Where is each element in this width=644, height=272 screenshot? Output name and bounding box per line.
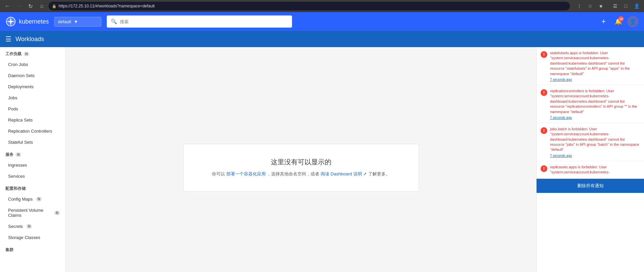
add-button[interactable]: + <box>598 15 610 28</box>
sidebar-item-replica-sets[interactable]: Replica Sets <box>0 114 65 126</box>
sidebar-item-deployments[interactable]: Deployments <box>0 81 65 92</box>
dropdown-arrow-icon: ▼ <box>74 19 78 24</box>
namespace-value: default <box>58 19 71 24</box>
workloads-section-label: 工作负载 <box>5 51 22 57</box>
cluster-section-header: 集群 <box>0 243 65 255</box>
hamburger-menu[interactable]: ☰ <box>5 35 11 43</box>
workloads-section-header: 工作负载 N <box>0 47 65 59</box>
notification-badge: 10 <box>618 16 624 22</box>
config-section-header: 配置和存储 <box>0 182 65 194</box>
reload-button[interactable]: ↻ <box>26 1 35 11</box>
workloads-badge: N <box>24 52 29 56</box>
docs-link[interactable]: 阅读 Dashboard 说明 ➚ <box>321 171 367 176</box>
empty-mid: ，选择其他命名空间，或者 <box>267 171 319 176</box>
avatar-button[interactable]: 👤 <box>627 16 639 27</box>
clear-all-button[interactable]: 删除所有通知 <box>537 179 644 193</box>
notification-item-3: ! jobs.batch is forbidden: User "system:… <box>537 123 644 161</box>
sidebar-item-label: Storage Classes <box>8 235 40 240</box>
browser-actions: ⋮ ☆ ★ <box>575 1 606 11</box>
empty-description: 你可以 部署一个容器化应用 ，选择其他命名空间，或者 阅读 Dashboard … <box>204 171 398 178</box>
address-bar[interactable]: 🔒 https://172.25.10.11/#/workloads?names… <box>49 2 570 10</box>
kubernetes-logo-icon <box>5 16 16 27</box>
sidebar-item-storage-classes[interactable]: Storage Classes <box>0 232 65 243</box>
main-content: 这里没有可以显示的 你可以 部署一个容器化应用 ，选择其他命名空间，或者 阅读 … <box>66 47 644 272</box>
browser-chrome: ← → ↻ ⌂ 🔒 https://172.25.10.11/#/workloa… <box>0 0 644 12</box>
page-layout: 工作负载 N Cron Jobs Daemon Sets Deployments… <box>0 47 644 272</box>
empty-prefix: 你可以 <box>212 171 225 176</box>
namespace-selector[interactable]: default ▼ <box>54 17 101 27</box>
secrets-badge: N <box>26 224 32 229</box>
sidebar-item-replication-controllers[interactable]: Replication Controllers <box>0 126 65 137</box>
docs-link-text: 阅读 Dashboard 说明 <box>321 171 362 176</box>
notification-item-2: ! replicationcontrollers is forbidden: U… <box>537 85 644 123</box>
sidebar-item-services[interactable]: Services <box>0 171 65 182</box>
page-title: Workloads <box>15 36 44 43</box>
notification-item-1: ! statefulsets.apps is forbidden: User "… <box>537 47 644 85</box>
notification-time-3[interactable]: 7 seconds ago <box>550 154 640 158</box>
notification-time-1[interactable]: 7 seconds ago <box>550 78 640 81</box>
sidebar-item-label: Daemon Sets <box>8 73 35 78</box>
sidebar-item-cron-jobs[interactable]: Cron Jobs <box>0 59 65 70</box>
extensions-button[interactable]: ⋮ <box>575 1 584 11</box>
error-icon-4: ! <box>541 165 547 172</box>
content-area: 这里没有可以显示的 你可以 部署一个容器化应用 ，选择其他命名空间，或者 阅读 … <box>66 47 644 272</box>
sidebar-item-daemon-sets[interactable]: Daemon Sets <box>0 70 65 81</box>
sidebar-item-persistent-volume-claims[interactable]: Persistent Volume Claims N <box>0 205 65 221</box>
center-content: 这里没有可以显示的 你可以 部署一个容器化应用 ，选择其他命名空间，或者 阅读 … <box>66 47 536 272</box>
notification-button[interactable]: 🔔 10 <box>612 15 624 28</box>
top-bar: ☰ Workloads <box>0 31 644 47</box>
sidebar-item-label: Secrets <box>8 224 23 229</box>
config-section-label: 配置和存储 <box>5 186 26 192</box>
sidebar-item-label: Cron Jobs <box>8 62 28 67</box>
error-icon-2: ! <box>541 89 547 96</box>
services-section-label: 服务 <box>5 152 13 158</box>
notification-content-3: jobs.batch is forbidden: User "system:se… <box>550 127 640 158</box>
notification-content-4: replicasets.apps is forbidden: User "sys… <box>550 165 640 175</box>
library-button[interactable]: ☰ <box>610 1 620 11</box>
toolbar-right: ☰ □ 👤 <box>610 1 641 11</box>
sidebar-item-stateful-sets[interactable]: Stateful Sets <box>0 137 65 148</box>
app-header: kubernetes default ▼ 🔍 + 🔔 10 👤 <box>0 12 644 31</box>
back-button[interactable]: ← <box>3 1 12 11</box>
svg-point-2 <box>10 21 12 23</box>
deploy-link[interactable]: 部署一个容器化应用 <box>226 171 266 176</box>
sidebar-item-label: Services <box>8 174 25 179</box>
sidebar-item-ingresses[interactable]: Ingresses <box>0 160 65 171</box>
forward-button[interactable]: → <box>14 1 24 11</box>
sidebar-item-label: Replication Controllers <box>8 129 52 134</box>
notification-text-4: replicasets.apps is forbidden: User "sys… <box>550 165 640 175</box>
notification-item-4: ! replicasets.apps is forbidden: User "s… <box>537 161 644 179</box>
sidebar-item-label: Replica Sets <box>8 117 33 123</box>
sidebar: 工作负载 N Cron Jobs Daemon Sets Deployments… <box>0 47 66 272</box>
star-button[interactable]: ★ <box>596 1 606 11</box>
profile-button[interactable]: 👤 <box>632 1 641 11</box>
url-text: https://172.25.10.11/#/workloads?namespa… <box>59 4 155 8</box>
header-actions: + 🔔 10 👤 <box>598 15 639 28</box>
search-input[interactable] <box>120 19 288 24</box>
sidebar-item-jobs[interactable]: Jobs <box>0 92 65 103</box>
cluster-section-label: 集群 <box>5 247 13 253</box>
notification-text-3: jobs.batch is forbidden: User "system:se… <box>550 127 640 152</box>
home-button[interactable]: ⌂ <box>37 1 46 11</box>
tab-button[interactable]: □ <box>621 1 631 11</box>
sidebar-item-config-maps[interactable]: Config Maps N <box>0 194 65 205</box>
person-icon: 👤 <box>630 19 636 25</box>
app-name: kubernetes <box>19 18 49 25</box>
empty-title: 这里没有可以显示的 <box>204 158 398 167</box>
sidebar-item-label: Persistent Volume Claims <box>8 208 51 218</box>
notification-panel: ! statefulsets.apps is forbidden: User "… <box>536 47 644 272</box>
sidebar-item-secrets[interactable]: Secrets N <box>0 221 65 232</box>
services-badge: N <box>15 152 21 157</box>
services-section-header: 服务 N <box>0 148 65 160</box>
sidebar-item-label: Jobs <box>8 95 17 100</box>
empty-state: 这里没有可以显示的 你可以 部署一个容器化应用 ，选择其他命名空间，或者 阅读 … <box>183 144 419 192</box>
sidebar-item-label: Config Maps <box>8 197 33 202</box>
bookmark-button[interactable]: ☆ <box>585 1 595 11</box>
empty-suffix: 了解更多。 <box>368 171 390 176</box>
notification-time-2[interactable]: 7 seconds ago <box>550 116 640 120</box>
sidebar-item-label: Stateful Sets <box>8 140 33 145</box>
sidebar-item-pods[interactable]: Pods <box>0 103 65 114</box>
sidebar-item-label: Pods <box>8 106 18 111</box>
search-bar: 🔍 <box>107 15 292 28</box>
sidebar-item-label: Ingresses <box>8 163 27 168</box>
